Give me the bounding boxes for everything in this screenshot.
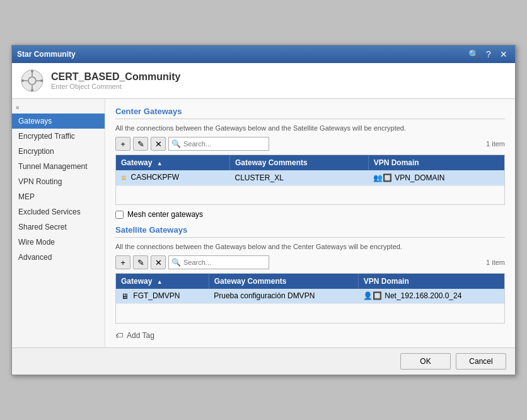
- svg-point-9: [40, 79, 43, 82]
- satellite-delete-button[interactable]: ✕: [151, 255, 166, 269]
- sidebar-item-gateways[interactable]: Gateways: [12, 114, 105, 129]
- dialog-body: « Gateways Encrypted Traffic Encryption …: [12, 99, 515, 347]
- satellite-add-button[interactable]: +: [115, 255, 130, 269]
- satellite-gateways-toolbar: + ✎ ✕ 🔍 1 item: [115, 255, 505, 269]
- header-text: CERT_BASED_Community Enter Object Commen…: [51, 71, 180, 90]
- add-tag-row[interactable]: 🏷 Add Tag: [115, 331, 505, 340]
- center-col-gateway: Gateway ▲: [116, 155, 229, 170]
- satellite-gateways-section: Satellite Gateways All the connections b…: [115, 225, 505, 340]
- sat-sort-arrow-icon: ▲: [157, 279, 163, 285]
- sidebar-item-advanced[interactable]: Advanced: [12, 250, 105, 265]
- center-gateways-toolbar: + ✎ ✕ 🔍 1 item: [115, 137, 505, 151]
- mesh-center-label: Mesh center gateways: [127, 210, 203, 219]
- satellite-edit-button[interactable]: ✎: [133, 255, 148, 269]
- satellite-gateway-cell: 🖥 FGT_DMVPN: [116, 289, 209, 303]
- title-bar-icons: 🔍 ? ✕: [467, 48, 510, 61]
- center-gateways-title: Center Gateways: [115, 107, 505, 116]
- star-community-dialog: Star Community 🔍 ? ✕ CERT_BASED: [11, 45, 516, 375]
- center-search-input[interactable]: [183, 140, 265, 148]
- center-table-header-row: Gateway ▲ Gateway Comments VPN Domain: [116, 155, 504, 170]
- center-col-comments: Gateway Comments: [229, 155, 368, 170]
- satellite-col-comments: Gateway Comments: [209, 274, 358, 289]
- satellite-search-icon: 🔍: [171, 258, 181, 267]
- center-gateways-table-container: Gateway ▲ Gateway Comments VPN Domain ≡ …: [115, 155, 505, 205]
- satellite-gateways-table: Gateway ▲ Gateway Comments VPN Domain 🖥 …: [116, 274, 504, 304]
- community-name: CERT_BASED_Community: [51, 71, 180, 83]
- center-vpn-domain-cell: 👥🔲 VPN_DOMAIN: [368, 170, 504, 186]
- satellite-gateways-title: Satellite Gateways: [115, 225, 505, 235]
- center-gateway-comments-cell: CLUSTER_XL: [229, 170, 368, 186]
- dialog-footer: OK Cancel: [12, 347, 515, 375]
- sat-vpn-domain-icon: 👤🔲: [363, 291, 382, 300]
- dialog-header: CERT_BASED_Community Enter Object Commen…: [12, 63, 515, 99]
- center-gateways-divider: [115, 119, 505, 119]
- sidebar-item-vpn-routing[interactable]: VPN Routing: [12, 174, 105, 189]
- sidebar-item-excluded-services[interactable]: Excluded Services: [12, 204, 105, 219]
- search-title-icon[interactable]: 🔍: [467, 48, 480, 61]
- center-col-vpn: VPN Domain: [368, 155, 504, 170]
- center-gateway-name: CASHCKPFW: [131, 173, 180, 182]
- title-bar: Star Community 🔍 ? ✕: [12, 45, 515, 63]
- center-search-icon: 🔍: [171, 139, 181, 148]
- satellite-gateway-name: FGT_DMVPN: [133, 291, 180, 300]
- satellite-gateways-divider: [115, 237, 505, 238]
- svg-point-8: [21, 79, 24, 82]
- center-add-button[interactable]: +: [115, 137, 130, 151]
- satellite-gateways-desc: All the connections between the Gateways…: [115, 243, 505, 250]
- app-icon: [21, 69, 43, 92]
- add-tag-label: Add Tag: [127, 331, 154, 340]
- sidebar-item-tunnel-management[interactable]: Tunnel Management: [12, 159, 105, 174]
- svg-point-7: [31, 89, 33, 91]
- sidebar-item-shared-secret[interactable]: Shared Secret: [12, 219, 105, 235]
- center-delete-button[interactable]: ✕: [151, 137, 166, 151]
- community-subtitle: Enter Object Comment: [51, 83, 180, 90]
- satellite-gateways-table-container: Gateway ▲ Gateway Comments VPN Domain 🖥 …: [115, 273, 505, 324]
- ok-button[interactable]: OK: [400, 353, 451, 370]
- center-item-count: 1 item: [486, 140, 505, 148]
- satellite-table-header-row: Gateway ▲ Gateway Comments VPN Domain: [116, 274, 504, 289]
- mesh-center-row: Mesh center gateways: [115, 210, 505, 219]
- tag-icon: 🏷: [115, 331, 123, 340]
- center-table-row[interactable]: ≡ CASHCKPFW CLUSTER_XL 👥🔲 VPN_DOMAIN: [116, 170, 504, 186]
- center-vpn-domain-name: VPN_DOMAIN: [395, 173, 444, 182]
- center-gateway-cell: ≡ CASHCKPFW: [116, 170, 229, 186]
- sat-vpn-domain-container: 👤🔲 Net_192.168.200.0_24: [363, 291, 499, 300]
- title-bar-left: Star Community: [17, 50, 76, 59]
- close-title-icon[interactable]: ✕: [497, 48, 510, 61]
- satellite-item-count: 1 item: [486, 259, 505, 266]
- cluster-icon: ≡: [121, 173, 126, 183]
- sidebar-collapse-arrow[interactable]: «: [12, 102, 105, 114]
- dialog-title: Star Community: [17, 50, 76, 59]
- satellite-table-row[interactable]: 🖥 FGT_DMVPN Prueba configuración DMVPN 👤…: [116, 289, 504, 303]
- device-icon: 🖥: [121, 292, 129, 301]
- vpn-domain-container: 👥🔲 VPN_DOMAIN: [373, 173, 499, 182]
- center-gateways-section: Center Gateways All the connections betw…: [115, 107, 505, 219]
- satellite-search-input[interactable]: [183, 259, 265, 266]
- sort-arrow-icon: ▲: [157, 160, 163, 166]
- center-gateways-table: Gateway ▲ Gateway Comments VPN Domain ≡ …: [116, 155, 504, 186]
- satellite-gateway-comments-cell: Prueba configuración DMVPN: [209, 289, 358, 303]
- center-edit-button[interactable]: ✎: [133, 137, 148, 151]
- vpn-domain-icon: 👥🔲: [373, 173, 392, 182]
- satellite-search-box: 🔍: [168, 255, 269, 269]
- svg-point-6: [31, 70, 33, 73]
- main-content: Center Gateways All the connections betw…: [105, 99, 515, 347]
- satellite-vpn-domain-cell: 👤🔲 Net_192.168.200.0_24: [358, 289, 504, 303]
- satellite-col-gateway: Gateway ▲: [116, 274, 209, 289]
- satellite-col-vpn: VPN Domain: [358, 274, 504, 289]
- sidebar-item-mep[interactable]: MEP: [12, 189, 105, 204]
- satellite-vpn-domain-name: Net_192.168.200.0_24: [385, 291, 461, 300]
- sidebar-item-wire-mode[interactable]: Wire Mode: [12, 235, 105, 250]
- cancel-button[interactable]: Cancel: [456, 353, 506, 370]
- mesh-center-checkbox[interactable]: [115, 211, 124, 219]
- sidebar-item-encrypted-traffic[interactable]: Encrypted Traffic: [12, 129, 105, 144]
- center-search-box: 🔍: [168, 137, 269, 151]
- sidebar: « Gateways Encrypted Traffic Encryption …: [12, 99, 105, 347]
- center-gateways-desc: All the connections between the Gateways…: [115, 124, 505, 132]
- sidebar-item-encryption[interactable]: Encryption: [12, 144, 105, 159]
- help-title-icon[interactable]: ?: [482, 48, 495, 61]
